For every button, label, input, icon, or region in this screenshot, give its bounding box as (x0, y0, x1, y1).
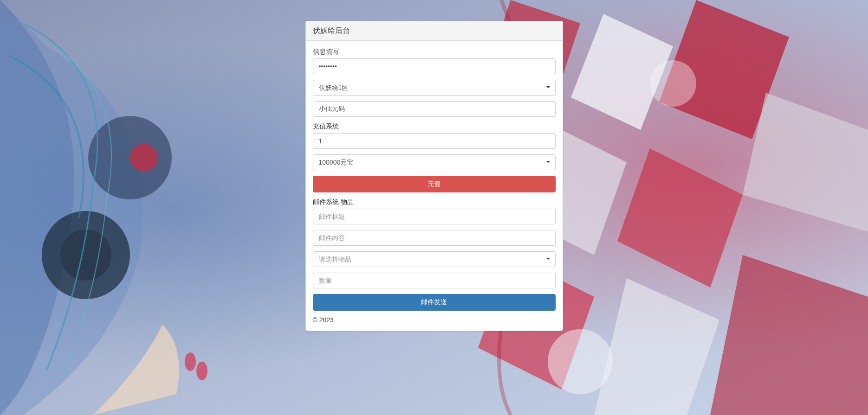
admin-panel: 伏妖绘后台 信息填写 伏妖绘1区 充值系统 100000元宝 充值 邮件系统-物… (305, 21, 563, 331)
mail-section-label: 邮件系统-物品 (313, 198, 556, 206)
svg-point-18 (548, 329, 613, 394)
svg-point-8 (196, 362, 207, 380)
svg-point-7 (185, 352, 196, 371)
recharge-amount-input[interactable] (313, 133, 556, 149)
mail-title-input[interactable] (313, 209, 556, 224)
recharge-section-label: 充值系统 (313, 122, 556, 131)
panel-header: 伏妖绘后台 (306, 21, 563, 41)
mail-content-input[interactable] (313, 230, 556, 246)
panel-body: 信息填写 伏妖绘1区 充值系统 100000元宝 充值 邮件系统-物品 请选择物… (306, 41, 563, 331)
password-input[interactable] (313, 58, 556, 74)
info-section-label: 信息填写 (313, 48, 556, 56)
recharge-button[interactable]: 充值 (313, 176, 556, 192)
footer-copyright: © 2023 (313, 316, 556, 324)
server-select[interactable]: 伏妖绘1区 (313, 80, 556, 96)
quantity-input[interactable] (313, 273, 556, 288)
character-name-input[interactable] (313, 101, 556, 117)
item-select[interactable]: 请选择物品 (313, 251, 556, 267)
mail-send-button[interactable]: 邮件发送 (313, 294, 556, 311)
currency-select[interactable]: 100000元宝 (313, 154, 556, 170)
svg-point-4 (130, 144, 158, 172)
page-title: 伏妖绘后台 (313, 26, 556, 36)
svg-point-19 (650, 60, 696, 107)
